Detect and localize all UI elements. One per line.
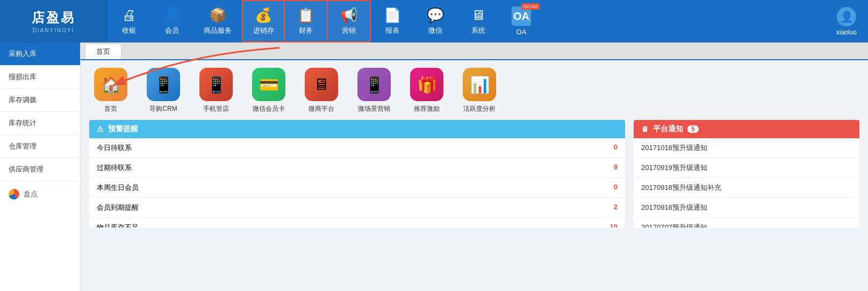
sidebar-item-return[interactable]: 报损出库	[0, 66, 80, 89]
warning-value-1: 9	[614, 163, 618, 173]
marketing-icon: 📢	[340, 7, 357, 24]
tabs-bar: 首页	[81, 42, 868, 60]
logo-title: 店盈易	[32, 9, 75, 26]
finance-label: 财务	[299, 26, 313, 36]
sidebar-item-stats[interactable]: 库存统计	[0, 112, 80, 135]
notify-item-4[interactable]: 20170707预升级通知	[634, 218, 859, 228]
goods-label: 商品服务	[204, 26, 232, 36]
app-label-wechat-card: 微信会员卡	[253, 104, 285, 113]
bottom-panels: ⚠ 预警提醒 今日待联系 0 过期待联系 9 本周生日会员	[89, 120, 859, 283]
wechat-label: 微信	[428, 26, 442, 36]
logo-subtitle: DIANYINGYI	[33, 27, 75, 33]
app-label-activity: 活跃度分析	[463, 104, 496, 113]
nav-item-oa[interactable]: OA OA On OA	[500, 0, 543, 42]
app-item-activity[interactable]: 📊 活跃度分析	[458, 68, 501, 113]
member-icon: 👤	[163, 7, 181, 24]
warning-rows: 今日待联系 0 过期待联系 9 本周生日会员 0 会员到期提醒	[89, 138, 625, 228]
pos-icon: 🖨	[122, 7, 136, 24]
notify-item-2[interactable]: 20170918预升级通知补充	[634, 178, 859, 198]
notify-item-1[interactable]: 20170919预升级通知	[634, 158, 859, 178]
sidebar-item-warehouse[interactable]: 仓库管理	[0, 135, 80, 158]
inventory-label: 进销存	[253, 26, 274, 36]
logo: 店盈易 DIANYINGYI	[0, 0, 107, 42]
tab-home[interactable]: 首页	[85, 44, 121, 59]
warning-row-1: 过期待联系 9	[89, 158, 625, 178]
warning-panel: ⚠ 预警提醒 今日待联系 0 过期待联系 9 本周生日会员	[89, 120, 625, 228]
warning-title: 预警提醒	[108, 124, 138, 134]
notify-item-0[interactable]: 20171018预升级通知	[634, 138, 859, 158]
warning-label-2: 本周生日会员	[97, 183, 139, 193]
marketing-label: 营销	[342, 26, 356, 36]
app-item-mobile[interactable]: 📱 手机管店	[195, 68, 238, 113]
notify-title: 平台通知	[653, 124, 683, 134]
nav-item-member[interactable]: 👤 会员	[150, 0, 193, 42]
warning-icon: ⚠	[97, 125, 104, 133]
sidebar-item-supplier[interactable]: 供应商管理	[0, 158, 80, 181]
pos-label: 收银	[122, 26, 136, 36]
app-icon-mobile: 📱	[199, 68, 233, 101]
nav-item-wechat[interactable]: 💬 微信	[414, 0, 457, 42]
system-icon: 🖥	[471, 7, 485, 24]
warning-value-4: 10	[610, 223, 618, 228]
app-icon-wechat-card: 💳	[252, 68, 285, 101]
nav-item-report[interactable]: 📄 报表	[371, 0, 414, 42]
pie-icon	[9, 189, 19, 200]
sidebar-section-inventory[interactable]: 盘点	[0, 183, 80, 205]
oa-label: OA	[517, 28, 527, 36]
finance-icon: 📋	[297, 7, 314, 24]
app-label-mobile: 手机管店	[203, 104, 229, 113]
app-icon-crm: 📱	[147, 68, 180, 101]
top-nav: 店盈易 DIANYINGYI 🖨 收银 👤 会员 📦 商品服务 💰 进销存 📋 …	[0, 0, 868, 42]
nav-item-system[interactable]: 🖥 系统	[457, 0, 500, 42]
app-icon-wechat-shop: 🖥	[305, 68, 338, 101]
username: xiaoluo	[836, 29, 857, 36]
app-item-crm[interactable]: 📱 导购CRM	[142, 68, 185, 113]
warning-row-3: 会员到期提醒 2	[89, 198, 625, 218]
wechat-icon: 💬	[427, 7, 444, 24]
nav-item-goods[interactable]: 📦 商品服务	[193, 0, 242, 42]
app-label-home: 首页	[104, 104, 117, 113]
warning-label-4: 物品库存不足	[97, 223, 139, 228]
nav-user[interactable]: 👤 xiaoluo	[825, 0, 868, 42]
inventory-icon: 💰	[255, 7, 272, 24]
notify-icon: 🖥	[641, 125, 649, 133]
warning-value-3: 2	[614, 203, 618, 212]
sidebar-section-label: 盘点	[24, 189, 38, 199]
app-label-crm: 导购CRM	[149, 104, 177, 113]
app-label-recommend: 推荐激励	[414, 104, 440, 113]
warning-row-2: 本周生日会员 0	[89, 178, 625, 198]
app-item-wechat-mkt[interactable]: 📱 微场景营销	[353, 68, 396, 113]
notify-panel: 🖥 平台通知 5 20171018预升级通知 20170919预升级通知 201…	[634, 120, 859, 228]
content-area: 采购入库 报损出库 库存调拨 库存统计 仓库管理 供应商管理 盘点 首页 🏠 首…	[0, 42, 868, 291]
nav-item-finance[interactable]: 📋 财务	[285, 0, 328, 42]
warning-value-0: 0	[614, 143, 618, 153]
app-label-wechat-mkt: 微场景营销	[358, 104, 390, 113]
report-icon: 📄	[384, 7, 401, 24]
oa-badge: On OA	[521, 3, 540, 10]
warning-label-3: 会员到期提醒	[97, 203, 139, 212]
app-item-recommend[interactable]: 🎁 推荐激励	[405, 68, 448, 113]
nav-item-pos[interactable]: 🖨 收银	[107, 0, 150, 42]
notify-panel-header: 🖥 平台通知 5	[634, 120, 859, 138]
goods-icon: 📦	[209, 7, 226, 24]
avatar: 👤	[837, 7, 856, 26]
sidebar-item-purchase[interactable]: 采购入库	[0, 42, 80, 66]
app-icon-wechat-mkt: 📱	[357, 68, 391, 101]
app-item-home[interactable]: 🏠 首页	[89, 68, 132, 113]
nav-item-marketing[interactable]: 📢 营销	[328, 0, 371, 42]
warning-label-1: 过期待联系	[97, 163, 132, 173]
app-item-wechat-card[interactable]: 💳 微信会员卡	[247, 68, 290, 113]
sidebar-item-transfer[interactable]: 库存调拨	[0, 89, 80, 112]
notify-item-3[interactable]: 20170918预升级通知	[634, 198, 859, 218]
app-grid: 🏠 首页 📱 导购CRM 📱 手机管店 💳 微信会员卡 🖥	[89, 68, 859, 113]
warning-label-0: 今日待联系	[97, 143, 132, 153]
app-icon-recommend: 🎁	[410, 68, 443, 101]
warning-row-4: 物品库存不足 10	[89, 218, 625, 228]
warning-value-2: 0	[614, 183, 618, 193]
notify-badge: 5	[687, 125, 699, 133]
inner-content: 🏠 首页 📱 导购CRM 📱 手机管店 💳 微信会员卡 🖥	[81, 60, 868, 291]
app-item-wechat-shop[interactable]: 🖥 微商平台	[300, 68, 343, 113]
nav-item-inventory[interactable]: 💰 进销存	[242, 0, 285, 42]
app-icon-activity: 📊	[463, 68, 496, 101]
sidebar: 采购入库 报损出库 库存调拨 库存统计 仓库管理 供应商管理 盘点	[0, 42, 81, 291]
